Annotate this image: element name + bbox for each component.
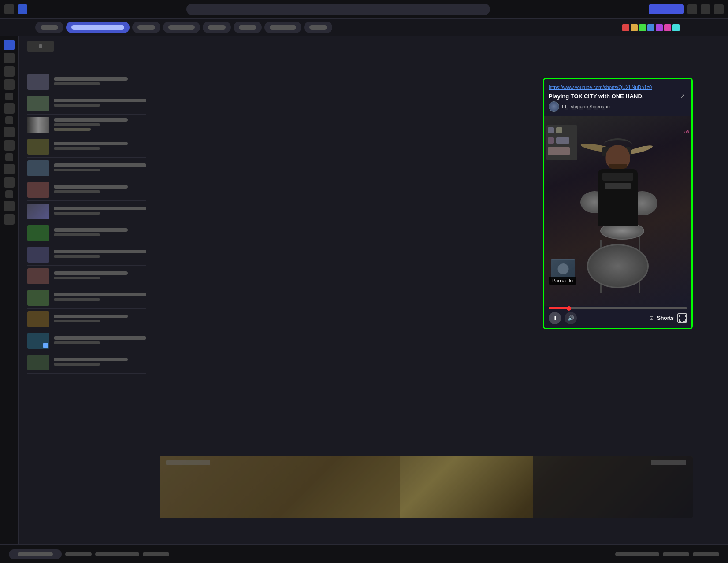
maximize-icon[interactable] [701, 4, 710, 14]
sidebar-icon-3[interactable] [4, 79, 15, 90]
list-title-line [54, 118, 128, 122]
list-item[interactable] [27, 266, 146, 287]
sidebar-icon-6[interactable] [5, 116, 13, 124]
list-text [54, 99, 146, 108]
sidebar-icon-4[interactable] [5, 93, 13, 100]
sidebar-icon-10[interactable] [4, 164, 15, 174]
main-content: https://www.youtube.com/shorts/QUXLNuDn1… [19, 36, 728, 544]
list-item[interactable] [27, 71, 146, 93]
sidebar-icon-13[interactable] [4, 201, 15, 211]
list-item[interactable] [27, 309, 146, 330]
list-sub-line [54, 320, 100, 322]
list-item[interactable] [27, 330, 146, 352]
list-item[interactable] [27, 179, 146, 201]
tab-6[interactable] [234, 22, 262, 33]
status-input[interactable] [9, 549, 62, 559]
yt-video-player[interactable]: off [544, 116, 691, 306]
menu-icon[interactable] [4, 4, 14, 14]
swatch-pink [664, 24, 671, 31]
tab-5[interactable] [203, 22, 231, 33]
sidebar-icon-1[interactable] [4, 53, 15, 63]
bottom-thumbnail[interactable] [160, 456, 693, 518]
drummer-figure [574, 143, 662, 293]
list-sub-line [54, 212, 100, 215]
tab-2-active[interactable] [66, 22, 130, 33]
yt-video-title: Playing TOXICITY with ONE HAND. [549, 93, 644, 100]
list-sub-line [54, 169, 100, 171]
status-input-text [18, 552, 53, 556]
headphones [604, 138, 632, 152]
top-bar [0, 0, 728, 19]
progress-fill [549, 307, 569, 309]
progress-bar[interactable] [549, 307, 687, 309]
volume-button[interactable]: 🔊 [565, 312, 577, 324]
tab-7[interactable] [264, 22, 301, 33]
sidebar-icon-5[interactable] [4, 103, 15, 114]
list-title-line [54, 185, 128, 189]
list-title-line [54, 77, 128, 81]
status-text-3 [143, 552, 169, 556]
captions-button[interactable]: ⊡ [649, 315, 654, 321]
yt-video-bg: off [544, 116, 691, 306]
list-title-line [54, 271, 128, 275]
list-item[interactable] [27, 158, 146, 179]
fullscreen-button[interactable] [677, 313, 687, 323]
sidebar-icon-2[interactable] [4, 66, 15, 77]
shelf [546, 125, 577, 160]
list-item[interactable] [27, 287, 146, 309]
list-item[interactable] [27, 136, 146, 158]
minimize-icon[interactable] [687, 4, 697, 14]
list-item[interactable] [27, 244, 146, 266]
list-item[interactable] [27, 222, 146, 244]
yt-url-text[interactable]: https://www.youtube.com/shorts/QUXLNuDn1… [549, 85, 652, 90]
sidebar-icon-8[interactable] [4, 140, 15, 151]
tab-3[interactable] [132, 22, 160, 33]
list-text [54, 336, 146, 346]
channel-name[interactable]: El Estepario Siberiano [562, 104, 610, 109]
list-title-line [54, 99, 146, 102]
sidebar-icon-9[interactable] [5, 153, 13, 161]
close-icon[interactable] [714, 4, 724, 14]
pause-button[interactable]: ⏸ [549, 312, 561, 324]
list-text [54, 207, 146, 216]
list-title-line [54, 293, 146, 296]
list-thumb [27, 74, 49, 90]
address-bar[interactable] [186, 4, 490, 15]
list-sub-line [54, 363, 100, 366]
list-item[interactable] [27, 201, 146, 222]
share-icon[interactable]: ↗ [680, 93, 687, 100]
sidebar-icon-7[interactable] [4, 127, 15, 137]
tab-8[interactable] [304, 22, 332, 33]
yt-channel-row: El Estepario Siberiano [549, 100, 687, 115]
list-sub-line [54, 82, 100, 85]
tooltip-text: Pausa (k) [552, 278, 573, 283]
sidebar-icon-11[interactable] [4, 177, 15, 188]
yt-header: https://www.youtube.com/shorts/QUXLNuDn1… [544, 79, 691, 116]
list-thumb [27, 333, 49, 349]
list-text [54, 228, 146, 238]
tab-4[interactable] [163, 22, 200, 33]
sidebar-icon-14[interactable] [4, 214, 15, 225]
yt-url-link[interactable]: https://www.youtube.com/shorts/QUXLNuDn1… [549, 83, 687, 91]
left-panel-header [27, 41, 54, 52]
list-item[interactable] [27, 115, 146, 136]
list-thumb [27, 204, 49, 219]
list-item[interactable] [27, 93, 146, 115]
list-sub-line [54, 255, 100, 258]
sidebar-icon-home[interactable] [4, 40, 15, 50]
list-thumb [27, 117, 49, 133]
shorts-label[interactable]: Shorts [657, 315, 674, 321]
list-sub-line [54, 277, 100, 279]
list-sub-line [54, 104, 100, 107]
list-item[interactable] [27, 352, 146, 374]
list-sub-line [54, 190, 100, 193]
action-button[interactable] [649, 4, 684, 14]
sidebar [0, 36, 19, 544]
yt-title-row: Playing TOXICITY with ONE HAND. ↗ [549, 93, 687, 100]
sidebar-icon-12[interactable] [5, 190, 13, 198]
list-title-line [54, 163, 146, 167]
status-right-3 [693, 552, 719, 556]
list-text [54, 315, 146, 324]
person-torso [598, 169, 638, 226]
tab-1[interactable] [35, 22, 63, 33]
